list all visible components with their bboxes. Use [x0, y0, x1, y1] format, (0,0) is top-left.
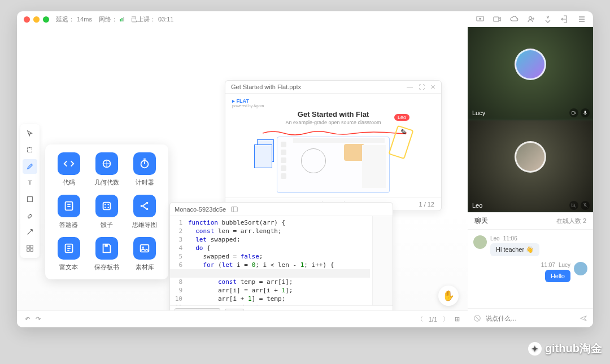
close-icon[interactable]: [24, 16, 30, 23]
app-save[interactable]: 保存板书: [88, 237, 125, 271]
avatar: [473, 235, 487, 249]
app-quiz[interactable]: 答题器: [50, 195, 88, 229]
video-name: Leo: [472, 202, 482, 209]
minimize-icon[interactable]: [33, 16, 40, 23]
latency-label: 延迟：: [56, 15, 75, 24]
tool-eraser[interactable]: [23, 208, 37, 223]
maximize-icon[interactable]: ⛶: [419, 84, 425, 91]
watermark-text: github淘金: [545, 341, 602, 356]
app-label: 答题器: [59, 221, 78, 229]
page-indicator: 1 / 12: [419, 201, 434, 208]
undo-icon[interactable]: ↶: [25, 315, 30, 323]
invite-icon[interactable]: [526, 15, 535, 24]
watermark: ✦ github淘金: [528, 341, 602, 356]
tool-select[interactable]: [23, 143, 37, 157]
cloud-icon[interactable]: [509, 15, 518, 24]
chat-section: 聊天 在线人数 2 Leo11:06 Hi teacher 👋: [468, 212, 593, 327]
tools-icon[interactable]: [543, 15, 552, 24]
app-library[interactable]: 素材库: [126, 237, 164, 271]
app-richtext[interactable]: 富文本: [50, 237, 88, 271]
video-tile-lucy[interactable]: Lucy: [468, 27, 593, 120]
svg-rect-8: [30, 249, 33, 251]
window-controls[interactable]: [24, 16, 49, 23]
svg-rect-3: [28, 148, 32, 152]
geometry-icon: [95, 152, 118, 175]
whiteboard[interactable]: 代码 几何代数 计时器 答题器 骰子 思维导图 富文本 保存板书 素材库 Get…: [17, 27, 468, 327]
app-timer[interactable]: 计时器: [126, 152, 164, 187]
monaco-header[interactable]: Monaco-5923dc5e: [170, 203, 393, 216]
line-gutter: 123456789101112: [170, 216, 186, 305]
app-label: 骰子: [101, 221, 113, 229]
code-icon: [58, 152, 80, 175]
app-label: 计时器: [136, 178, 154, 187]
video-name: Lucy: [472, 109, 485, 116]
tool-cursor[interactable]: [23, 126, 37, 141]
chat-message: 11:07Lucy Hello: [473, 262, 587, 282]
titlebar-actions: [476, 15, 586, 24]
svg-point-15: [108, 204, 109, 205]
close-icon[interactable]: ✕: [430, 84, 435, 91]
tool-pen[interactable]: [23, 159, 37, 174]
camera-icon[interactable]: [569, 108, 578, 117]
svg-point-2: [529, 17, 532, 20]
app-label: 素材库: [136, 263, 154, 271]
prev-page-icon[interactable]: 〈: [417, 315, 423, 323]
add-page-icon[interactable]: ⊞: [455, 315, 460, 323]
svg-rect-5: [27, 245, 29, 248]
code-editor[interactable]: 123456789101112 function bubbleSort(arr)…: [170, 216, 393, 305]
quiz-icon: [58, 195, 80, 217]
msg-time: 11:07: [541, 262, 555, 268]
class-time: 03:11: [158, 16, 174, 23]
titlebar: 延迟： 14ms 网络： 已上课： 03:11: [17, 11, 593, 27]
mic-icon[interactable]: [581, 108, 590, 117]
sidebar-toggle-icon[interactable]: [230, 205, 238, 213]
send-icon[interactable]: [580, 314, 587, 322]
page-stack-icon: [257, 139, 274, 162]
app-mindmap[interactable]: 思维导图: [126, 195, 164, 229]
apps-panel: 代码 几何代数 计时器 答题器 骰子 思维导图 富文本 保存板书 素材库: [45, 144, 168, 279]
ban-chat-icon[interactable]: [473, 314, 481, 322]
record-icon[interactable]: [493, 15, 502, 24]
tool-arrow[interactable]: [23, 225, 37, 239]
app-dice[interactable]: 骰子: [88, 195, 125, 229]
user-badge: Leo: [394, 114, 409, 121]
raise-hand-button[interactable]: ✋: [438, 286, 459, 306]
screen-share-icon[interactable]: [476, 15, 485, 24]
menu-icon[interactable]: [577, 15, 586, 24]
svg-rect-1: [494, 17, 499, 21]
video-tile-leo[interactable]: Leo: [468, 120, 593, 212]
maximize-icon[interactable]: [43, 16, 49, 23]
code-content[interactable]: function bubbleSort(arr) { const len = a…: [186, 216, 372, 305]
dog-image: [344, 144, 364, 161]
next-page-icon[interactable]: 〉: [443, 315, 449, 323]
chat-messages[interactable]: Leo11:06 Hi teacher 👋 11:07Lucy Hello: [468, 230, 593, 308]
dice-icon: [95, 195, 118, 217]
wechat-icon: ✦: [528, 342, 542, 356]
tool-text[interactable]: [23, 176, 37, 190]
app-geometry[interactable]: 几何代数: [88, 152, 125, 187]
tab-chat[interactable]: 聊天: [474, 216, 488, 226]
ppt-header[interactable]: Get Started with Flat.pptx — ⛶ ✕: [225, 81, 441, 94]
page-indicator: 1/1: [429, 316, 437, 323]
whiteboard-footer: ↶ ↷ 〈 1/1 〉 ⊞: [17, 310, 468, 327]
camera-off-icon[interactable]: [569, 201, 578, 210]
svg-rect-24: [232, 207, 238, 212]
ppt-window[interactable]: Get Started with Flat.pptx — ⛶ ✕ ▸ FLAT …: [225, 80, 442, 211]
redo-icon[interactable]: ↷: [36, 315, 41, 323]
minimap[interactable]: [372, 216, 393, 305]
tool-shape[interactable]: [23, 192, 37, 207]
ppt-filename: Get Started with Flat.pptx: [231, 84, 301, 90]
minimize-icon[interactable]: —: [407, 84, 413, 91]
exit-icon[interactable]: [560, 15, 569, 24]
mic-off-icon[interactable]: [581, 201, 590, 210]
msg-bubble: Hello: [545, 270, 570, 282]
svg-point-13: [104, 204, 106, 205]
chat-input[interactable]: [486, 315, 575, 322]
monaco-window[interactable]: Monaco-5923dc5e 123456789101112 function…: [169, 202, 393, 322]
online-count: 在线人数 2: [556, 217, 586, 225]
app-code[interactable]: 代码: [50, 152, 88, 187]
tool-apps[interactable]: [23, 241, 37, 256]
app-label: 代码: [63, 178, 75, 187]
svg-rect-7: [27, 249, 29, 251]
class-label: 已上课：: [131, 15, 156, 24]
